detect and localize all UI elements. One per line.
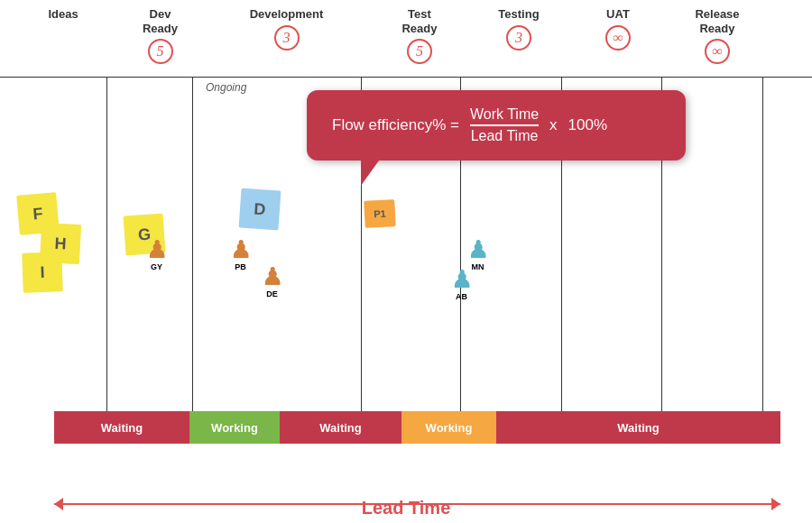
vline-1	[106, 77, 107, 433]
sticky-I: I	[22, 252, 63, 293]
person-GY: ♟ GY	[146, 236, 167, 271]
col-uat-wip: ∞	[605, 25, 631, 50]
col-uat-title: UAT	[606, 7, 630, 22]
flow-formula: Flow efficiency% = Work Time Lead Time x…	[332, 106, 660, 144]
board-top-line	[0, 77, 812, 78]
ongoing-label: Ongoing	[206, 81, 246, 94]
col-uat: UAT ∞	[568, 7, 668, 50]
flow-efficiency-popup: Flow efficiency% = Work Time Lead Time x…	[307, 90, 686, 161]
vline-2	[192, 77, 193, 433]
col-dev-wip: 3	[274, 25, 300, 50]
bar-waiting-1: Waiting	[54, 411, 189, 444]
flow-fraction: Work Time Lead Time	[470, 106, 539, 144]
col-release-wip: ∞	[705, 39, 730, 64]
col-dev-ready: DevReady 5	[117, 7, 203, 64]
col-ideas-title: Ideas	[48, 7, 78, 22]
flow-percent: 100%	[568, 116, 607, 134]
flow-numerator: Work Time	[470, 106, 539, 126]
person-AB: ♟ AB	[451, 266, 472, 301]
col-testready-title: TestReady	[401, 7, 437, 35]
col-dev-title: Development	[250, 7, 324, 22]
vline-7	[762, 77, 763, 433]
flow-multiplier: x	[549, 116, 558, 134]
bar-waiting-3: Waiting	[496, 411, 780, 444]
col-testing-wip: 3	[506, 25, 531, 50]
col-release-ready: ReleaseReady ∞	[668, 7, 767, 64]
lead-time-label: Lead Time	[0, 498, 812, 518]
bar-waiting-2: Waiting	[280, 411, 401, 444]
col-testing: Testing 3	[469, 7, 568, 50]
col-test-ready: TestReady 5	[370, 7, 469, 64]
col-testready-wip: 5	[407, 39, 432, 64]
bar-working-2: Working	[401, 411, 496, 444]
col-ideas: Ideas	[9, 7, 117, 22]
bar-working-1: Working	[189, 411, 280, 444]
col-devready-title: DevReady	[143, 7, 178, 35]
bottom-bars: Waiting Working Waiting Working Waiting	[54, 411, 780, 444]
col-testing-title: Testing	[498, 7, 539, 22]
col-development: Development 3	[203, 7, 370, 50]
flow-denominator: Lead Time	[471, 126, 539, 144]
kanban-board: Ideas DevReady 5 Development 3 TestReady…	[0, 0, 812, 523]
col-release-title: ReleaseReady	[695, 7, 739, 35]
sticky-D: D	[239, 188, 281, 231]
flow-label: Flow efficiency% =	[332, 116, 459, 134]
column-headers: Ideas DevReady 5 Development 3 TestReady…	[0, 0, 812, 77]
person-DE: ♟ DE	[262, 263, 282, 298]
col-devready-wip: 5	[148, 39, 173, 64]
person-PB: ♟ PB	[230, 236, 251, 271]
sticky-P1: P1	[364, 199, 396, 228]
